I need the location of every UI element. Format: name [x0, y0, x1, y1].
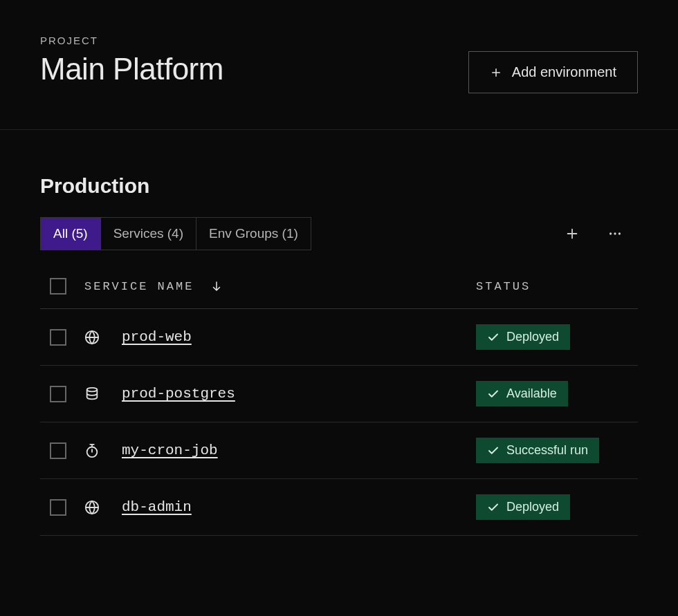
project-eyebrow-label: PROJECT: [40, 35, 468, 46]
status-text: Available: [506, 386, 557, 401]
status-text: Deployed: [506, 330, 559, 344]
status-text: Successful run: [506, 443, 588, 458]
check-icon: [487, 331, 500, 344]
header-left: PROJECT Main Platform: [40, 35, 468, 86]
service-link[interactable]: prod-web: [122, 329, 192, 345]
timer-icon: [84, 443, 102, 458]
more-icon[interactable]: [607, 226, 623, 241]
table-row: prod-postgres Available: [40, 366, 638, 422]
add-environment-label: Add environment: [512, 64, 616, 80]
table-row: my-cron-job Successful run: [40, 422, 638, 479]
tabs-row: All (5) Services (4) Env Groups (1): [40, 217, 638, 250]
globe-icon: [84, 330, 102, 345]
column-service-name[interactable]: SERVICE NAME: [84, 280, 476, 293]
arrow-down-icon: [210, 280, 223, 292]
add-icon[interactable]: [565, 226, 580, 241]
check-icon: [487, 501, 500, 514]
status-badge: Deployed: [476, 324, 570, 350]
status-header: STATUS: [476, 280, 531, 293]
column-status: STATUS: [476, 280, 628, 293]
plus-icon: [490, 66, 502, 79]
tab-env-groups[interactable]: Env Groups (1): [196, 218, 311, 250]
status-badge: Successful run: [476, 438, 599, 463]
select-all-checkbox[interactable]: [50, 278, 66, 295]
environment-title: Production: [40, 174, 638, 198]
service-link[interactable]: db-admin: [122, 499, 192, 515]
environment-actions: [565, 226, 638, 241]
row-checkbox[interactable]: [50, 329, 66, 346]
row-checkbox[interactable]: [50, 386, 66, 402]
status-text: Deployed: [506, 500, 559, 514]
row-checkbox[interactable]: [50, 442, 66, 459]
service-link[interactable]: prod-postgres: [122, 386, 235, 402]
check-icon: [487, 388, 500, 400]
database-icon: [84, 386, 102, 402]
project-title: Main Platform: [40, 52, 468, 86]
tab-all[interactable]: All (5): [41, 218, 101, 250]
status-badge: Available: [476, 381, 568, 407]
table-row: prod-web Deployed: [40, 309, 638, 366]
row-checkbox[interactable]: [50, 499, 66, 516]
table-row: db-admin Deployed: [40, 479, 638, 536]
service-link[interactable]: my-cron-job: [122, 442, 218, 458]
table-header-row: SERVICE NAME STATUS: [40, 278, 638, 309]
page-header: PROJECT Main Platform Add environment: [0, 0, 678, 130]
add-environment-button[interactable]: Add environment: [468, 51, 638, 93]
column-checkbox: [50, 278, 84, 295]
service-name-header: SERVICE NAME: [84, 280, 194, 293]
environment-section: Production All (5) Services (4) Env Grou…: [0, 130, 678, 536]
status-badge: Deployed: [476, 494, 570, 520]
check-icon: [487, 445, 500, 457]
filter-tabs: All (5) Services (4) Env Groups (1): [40, 217, 311, 250]
tab-services[interactable]: Services (4): [101, 218, 196, 250]
globe-icon: [84, 500, 102, 515]
